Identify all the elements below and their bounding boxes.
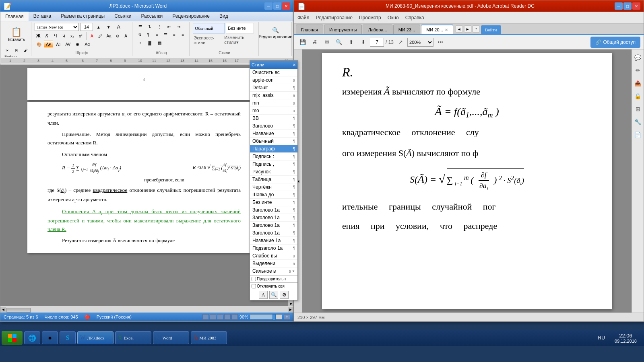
align-center-button[interactable]: ☰ [162,31,170,38]
justify-button[interactable]: ≡ [179,31,187,38]
zoom-out-button[interactable]: + [284,314,290,320]
share-button[interactable]: 🔗 Общий доступ [590,37,640,48]
prev-tab-button[interactable]: ◄ [456,25,463,33]
combine-button[interactable]: 🔧 [633,117,643,127]
text-color2-button[interactable]: 🎨 [35,41,43,48]
next-page-button[interactable]: ⬇ [358,37,368,47]
minimize-button[interactable]: ─ [264,2,272,10]
style-item-name[interactable]: Название¶ [250,130,297,138]
taskbar-skype-button[interactable]: S [60,331,76,344]
tab-mailings[interactable]: Рассылки [136,12,167,21]
tab-references[interactable]: Ссылки [109,12,136,21]
cut-button[interactable]: ✂ [3,47,12,54]
subscript-button[interactable]: x₂ [68,32,76,39]
style-item-h1d[interactable]: Заголово 1а¶ [250,229,297,237]
prev-page-button[interactable]: ⬆ [346,37,356,47]
phonetics-button[interactable]: Aα [83,41,92,48]
organize-button[interactable]: ⊞ [633,104,643,114]
style-item-drawing[interactable]: Чертёжн¶ [250,183,297,191]
align-left-button[interactable]: ≡ [153,31,161,38]
page-number-input[interactable] [370,38,384,47]
nav-help[interactable]: Справка [405,15,424,21]
taskbar-word-button[interactable]: W ЛР3.docx [77,331,114,344]
express-styles-label[interactable]: Экспресс-стили [193,35,223,46]
taskbar-excel-button[interactable]: X Excel [115,331,151,344]
more-tools-button[interactable]: ••• [435,37,446,47]
style-item-strong[interactable]: Сильное вa ▼ [250,267,297,275]
export-button[interactable]: 📤 [633,78,643,88]
login-button[interactable]: Войти [481,25,501,34]
highlight-button[interactable]: 🖊 [97,32,104,39]
style-item-apple[interactable]: apple-cona [250,76,297,84]
acrobat-close-button[interactable]: ✕ [632,2,640,10]
text-border-button[interactable]: ⊕ [73,41,82,48]
view-mode-1[interactable] [202,314,209,320]
nav-view[interactable]: Просмотр [359,15,381,21]
nav-edit[interactable]: Редактирование [316,15,353,21]
style-item-h1a[interactable]: Заголово 1а¶ [250,206,297,214]
format-painter-button[interactable]: 🖌 [21,47,30,54]
view-mode-5[interactable] [231,314,238,320]
style-item-figure[interactable]: Рисунок¶ [250,168,297,176]
horizontal-scrollbar[interactable] [6,307,288,313]
zoom-select[interactable]: 200% 150% 100% 75% [407,38,433,47]
style-item-normal[interactable]: Обычный¶ [250,138,297,145]
clear-format-button[interactable]: A [114,23,123,31]
scroll-right-button[interactable]: ► [288,307,293,313]
view-mode-3[interactable] [217,314,223,320]
font-color-button[interactable]: A [88,32,96,39]
superscript-button[interactable]: x² [77,32,85,39]
taskbar-ie-button[interactable]: 🌐 [24,331,40,344]
tab-view[interactable]: Вид [215,12,233,21]
h-scroll-thumb[interactable] [6,308,31,313]
change-case-button[interactable]: A⃩ [54,41,63,48]
acrobat-maximize-button[interactable]: □ [623,2,632,10]
style-item-mn[interactable]: mna [250,99,297,107]
quick-style-normal[interactable]: Обычный [193,23,225,33]
tab-insert[interactable]: Вставка [29,12,56,21]
style-item-caption1[interactable]: Подпись :¶ [250,153,297,160]
start-button[interactable] [2,331,23,345]
style-item-heading[interactable]: Заголово¶ [250,122,297,130]
style-item-paragraph[interactable]: Параграф¶ [250,145,297,153]
comment-tool-button[interactable]: 💬 [633,53,643,62]
style-item-weak[interactable]: Слабое выa [250,252,297,260]
style-item-name1a[interactable]: Название 1а¶ [250,237,297,245]
line-spacing-button[interactable]: ↕ [136,39,144,46]
style-item-emphasis[interactable]: Выделениa [250,260,297,267]
close-button[interactable]: ✕ [282,2,290,10]
copy-button[interactable]: ⎘ [12,47,21,54]
save-button[interactable]: 💾 [297,37,308,47]
sort-button[interactable]: ⇅ [136,31,144,38]
acrobat-tab-lab[interactable]: Лабора... [363,25,392,34]
style-item-caption2[interactable]: Подпись ,¶ [250,160,297,168]
change-styles-label[interactable]: Изменить стили▾ [223,34,256,46]
protect-button[interactable]: 🔒 [633,91,643,101]
tab-home[interactable]: Главная [0,11,29,21]
scroll-left-button[interactable]: ◄ [0,307,6,313]
style-item-default[interactable]: Default¶ [250,84,297,92]
create-pdf-button[interactable]: 📄 [633,130,643,140]
underline-button[interactable]: Ч [52,32,59,39]
scroll-down-button[interactable]: ▼ [288,301,293,306]
fill-sign-button[interactable]: ✏ [633,66,643,75]
style-item-mo[interactable]: moa [250,107,297,115]
text-effects-button[interactable]: A [122,32,130,39]
acrobat-tab-mi20[interactable]: МИ 20... ✕ [421,25,453,34]
acrobat-tab-home[interactable]: Главная [296,25,323,34]
styles-panel-close[interactable]: ✕ [293,63,296,67]
font-size-up-button[interactable]: ▲ [94,23,103,31]
paste-button[interactable]: 📋 Вставить [6,23,27,46]
help-button[interactable]: ? [473,25,480,33]
manage-styles-button[interactable]: ⚙ [280,291,289,299]
increase-indent-button[interactable]: ⇥ [174,23,183,30]
tab-review[interactable]: Рецензирование [167,12,215,21]
style-item-nospace[interactable]: Без инте¶ [250,199,297,206]
tab-page-layout[interactable]: Разметка страницы [56,12,109,21]
strikethrough-button[interactable]: ч [60,32,68,39]
shading-button[interactable]: ▓ [145,39,154,46]
align-right-button[interactable]: ≡ [170,31,178,38]
styles-list[interactable]: Очистить вс apple-cona Default¶ mjx_assi… [250,69,297,275]
zoom-handle[interactable] [272,314,276,321]
print-button[interactable]: 🖨 [310,37,320,47]
